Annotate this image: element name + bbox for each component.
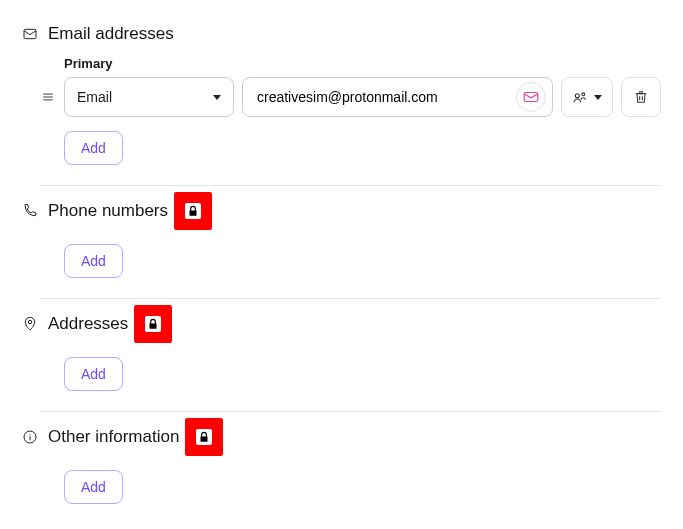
add-other-button[interactable]: Add xyxy=(64,470,123,504)
email-type-value: Email xyxy=(77,89,112,105)
share-button[interactable] xyxy=(561,77,613,117)
chevron-down-icon xyxy=(213,95,221,100)
section-other: Other information Add xyxy=(22,412,661,522)
svg-point-5 xyxy=(575,94,579,98)
primary-label: Primary xyxy=(64,56,661,71)
lock-highlight-phone xyxy=(174,192,212,230)
email-icon xyxy=(22,26,38,42)
section-title-email: Email addresses xyxy=(48,24,174,44)
lock-highlight-other xyxy=(185,418,223,456)
section-phone: Phone numbers Add xyxy=(22,186,661,296)
add-phone-button[interactable]: Add xyxy=(64,244,123,278)
section-title-other: Other information xyxy=(48,427,179,447)
email-input-wrapper xyxy=(242,77,553,117)
svg-rect-4 xyxy=(524,93,538,102)
section-email: Email addresses Primary Email xyxy=(22,18,661,183)
email-type-select[interactable]: Email xyxy=(64,77,234,117)
add-address-button[interactable]: Add xyxy=(64,357,123,391)
info-icon xyxy=(22,429,38,445)
lock-highlight-address xyxy=(134,305,172,343)
chevron-down-icon xyxy=(594,95,602,100)
svg-point-6 xyxy=(582,93,585,96)
add-email-button[interactable]: Add xyxy=(64,131,123,165)
pin-icon xyxy=(22,316,38,332)
phone-icon xyxy=(22,203,38,219)
delete-button[interactable] xyxy=(621,77,661,117)
email-field-row: Email xyxy=(22,77,661,117)
svg-rect-0 xyxy=(24,29,36,38)
drag-handle-icon[interactable] xyxy=(40,90,56,104)
section-title-phone: Phone numbers xyxy=(48,201,168,221)
email-input[interactable] xyxy=(257,89,508,105)
section-address: Addresses Add xyxy=(22,299,661,409)
svg-point-12 xyxy=(29,434,30,435)
section-title-address: Addresses xyxy=(48,314,128,334)
svg-point-9 xyxy=(28,320,31,323)
proton-badge-icon xyxy=(516,82,546,112)
